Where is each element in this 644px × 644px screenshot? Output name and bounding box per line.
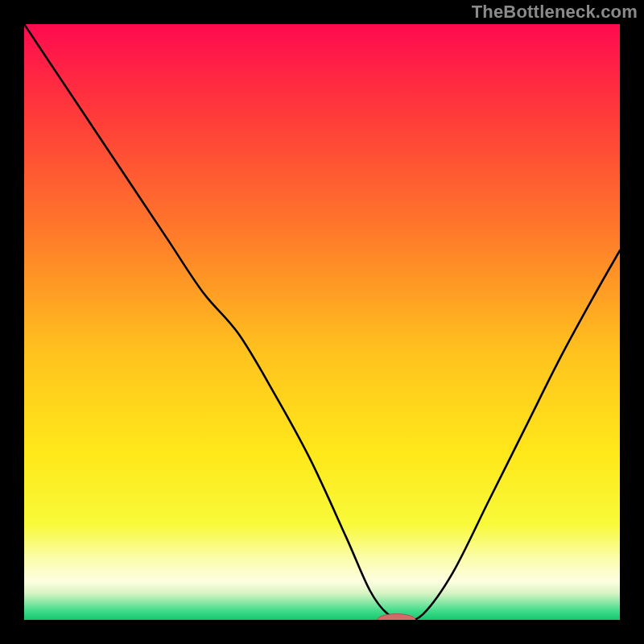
chart-stage: TheBottleneck.com [0, 0, 644, 644]
gradient-background [24, 24, 620, 620]
bottleneck-chart [24, 24, 620, 620]
plot-area [24, 24, 620, 620]
watermark-label: TheBottleneck.com [472, 2, 638, 23]
